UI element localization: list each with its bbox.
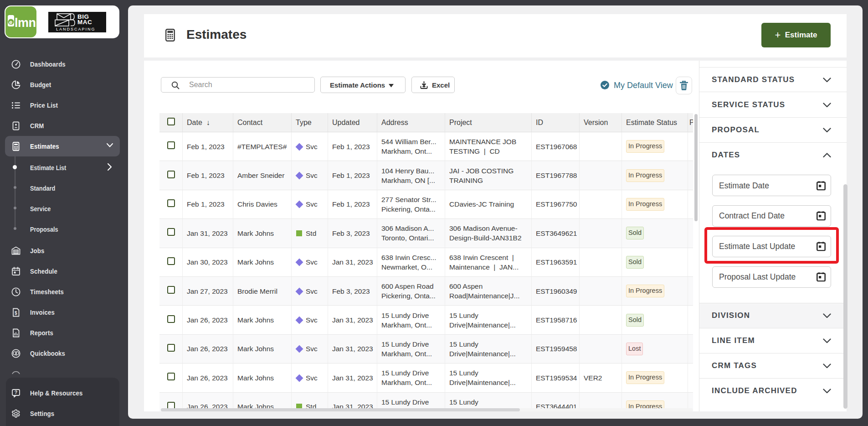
svg-text:?: ?	[15, 390, 17, 395]
svg-text:e: e	[9, 19, 12, 26]
svg-text:lmn: lmn	[15, 16, 36, 30]
svg-text:$: $	[15, 311, 17, 316]
svg-text:LANDSCAPING: LANDSCAPING	[56, 27, 96, 31]
svg-text:MAC: MAC	[77, 19, 92, 26]
